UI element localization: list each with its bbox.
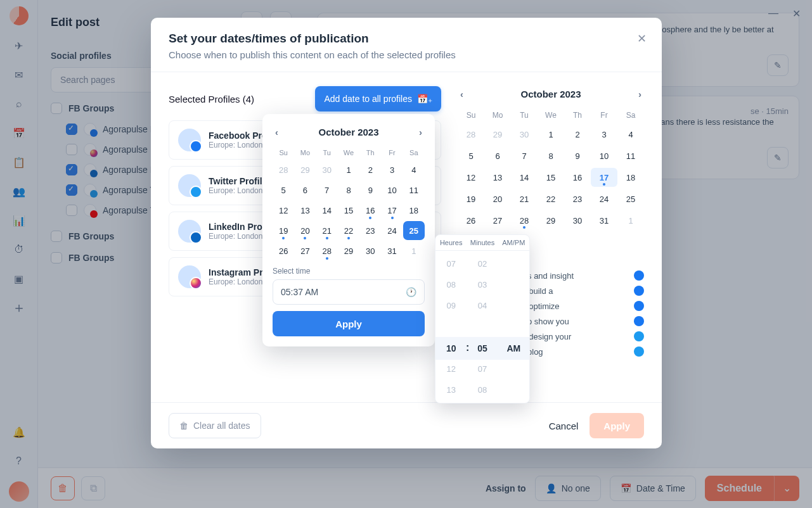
picker-month-label: October 2023 <box>318 127 378 137</box>
cal-day[interactable]: 19 <box>458 189 484 208</box>
picker-day[interactable]: 24 <box>381 221 403 240</box>
cal-day[interactable]: 9 <box>564 146 591 165</box>
picker-day[interactable]: 6 <box>294 181 316 200</box>
hours-selected: 10 <box>435 343 467 353</box>
cal-day[interactable]: 29 <box>538 211 564 230</box>
picker-day[interactable]: 12 <box>273 201 294 220</box>
picker-apply-button[interactable]: Apply <box>273 311 425 336</box>
picker-day[interactable]: 9 <box>359 181 381 200</box>
cal-day[interactable]: 31 <box>591 211 617 230</box>
hours-column[interactable]: 07 08 09 . 11 12 13 <box>435 251 467 403</box>
cal-day[interactable]: 30 <box>511 125 538 144</box>
picker-day[interactable]: 30 <box>359 241 381 260</box>
cal-day[interactable]: 2 <box>564 125 591 144</box>
picker-day[interactable]: 26 <box>273 241 294 260</box>
picker-day[interactable]: 14 <box>316 201 338 220</box>
picker-day[interactable]: 27 <box>294 241 316 260</box>
add-date-all-button[interactable]: Add date to all profiles 📅₊ <box>315 86 441 111</box>
cal-day[interactable]: 1 <box>538 125 564 144</box>
minutes-column[interactable]: 02 03 04 . 06 07 08 <box>467 251 498 403</box>
picker-day[interactable]: 21 <box>316 221 338 240</box>
picker-day[interactable]: 19 <box>273 221 294 240</box>
cal-day[interactable]: 15 <box>538 168 564 187</box>
picker-day[interactable]: 5 <box>273 181 294 200</box>
modal-cancel-button[interactable]: Cancel <box>538 421 590 431</box>
cal-day[interactable]: 3 <box>591 125 617 144</box>
cal-day[interactable]: 29 <box>484 125 511 144</box>
cal-day[interactable]: 1 <box>617 211 644 230</box>
cal-day[interactable]: 25 <box>617 189 644 208</box>
picker-day[interactable]: 3 <box>381 160 403 179</box>
cal-day[interactable]: 20 <box>484 189 511 208</box>
tw-hours-label: Heures <box>435 235 467 250</box>
cal-month-label: October 2023 <box>520 89 581 99</box>
picker-prev-button[interactable]: ‹ <box>273 124 281 140</box>
cal-day[interactable]: 28 <box>511 211 538 230</box>
cal-day[interactable]: 16 <box>564 168 591 187</box>
cal-next-button[interactable]: › <box>636 86 644 102</box>
cal-day[interactable]: 24 <box>591 189 617 208</box>
picker-day[interactable]: 25 <box>403 221 425 240</box>
cal-day[interactable]: 11 <box>617 146 644 165</box>
picker-day[interactable]: 29 <box>294 160 316 179</box>
tw-minutes-label: Minutes <box>467 235 498 250</box>
cal-day[interactable]: 23 <box>564 189 591 208</box>
picker-day[interactable]: 16 <box>359 201 381 220</box>
cal-day[interactable]: 5 <box>458 146 484 165</box>
picker-day[interactable]: 4 <box>403 160 425 179</box>
cal-day[interactable]: 30 <box>564 211 591 230</box>
ampm-column[interactable]: . PM <box>498 251 529 403</box>
picker-day[interactable]: 28 <box>273 160 294 179</box>
cal-day[interactable]: 4 <box>617 125 644 144</box>
picker-day[interactable]: 10 <box>381 181 403 200</box>
cal-day[interactable]: 21 <box>511 189 538 208</box>
modal-title: Set your dates/times of publication <box>169 32 644 46</box>
picker-day[interactable]: 22 <box>338 221 359 240</box>
selected-profiles-label: Selected Profiles (4) <box>169 94 254 105</box>
picker-day[interactable]: 20 <box>294 221 316 240</box>
picker-day[interactable]: 1 <box>403 241 425 260</box>
cal-day[interactable]: 12 <box>458 168 484 187</box>
cal-day[interactable]: 13 <box>484 168 511 187</box>
cal-day[interactable]: 6 <box>484 146 511 165</box>
cal-day[interactable]: 10 <box>591 146 617 165</box>
modal-subtitle: Choose when to publish this content on e… <box>169 49 644 60</box>
picker-day[interactable]: 11 <box>403 181 425 200</box>
picker-day[interactable]: 8 <box>338 181 359 200</box>
picker-day[interactable]: 7 <box>316 181 338 200</box>
picker-day[interactable]: 17 <box>381 201 403 220</box>
picker-day[interactable]: 28 <box>316 241 338 260</box>
picker-day[interactable]: 18 <box>403 201 425 220</box>
cal-day[interactable]: 17 <box>591 168 617 187</box>
clear-all-dates-button[interactable]: 🗑 Clear all dates <box>169 413 261 438</box>
trash-icon: 🗑 <box>179 421 188 431</box>
cal-day[interactable]: 27 <box>484 211 511 230</box>
cal-day[interactable]: 8 <box>538 146 564 165</box>
picker-day[interactable]: 15 <box>338 201 359 220</box>
time-input[interactable]: 05:37 AM 🕐 <box>273 279 425 305</box>
modal-close-button[interactable]: ✕ <box>637 32 647 46</box>
picker-day[interactable]: 30 <box>316 160 338 179</box>
right-calendar: ‹ October 2023 › SuMoTuWeThFrSa282930123… <box>458 86 644 230</box>
ampm-selected: AM <box>498 343 529 353</box>
cal-day[interactable]: 18 <box>617 168 644 187</box>
date-picker-popover: ‹ October 2023 › SuMoTuWeThFrSa282930123… <box>262 114 435 346</box>
cal-day[interactable]: 14 <box>511 168 538 187</box>
cal-day[interactable]: 7 <box>511 146 538 165</box>
select-time-label: Select time <box>273 267 425 276</box>
picker-day[interactable]: 29 <box>338 241 359 260</box>
picker-day[interactable]: 1 <box>338 160 359 179</box>
cal-prev-button[interactable]: ‹ <box>458 86 466 102</box>
minutes-selected: 05 <box>467 343 498 353</box>
cal-day[interactable]: 22 <box>538 189 564 208</box>
cal-day[interactable]: 28 <box>458 125 484 144</box>
picker-day[interactable]: 2 <box>359 160 381 179</box>
modal-apply-button[interactable]: Apply <box>590 413 644 438</box>
picker-next-button[interactable]: › <box>416 124 425 140</box>
tw-ampm-label: AM/PM <box>498 235 529 250</box>
picker-day[interactable]: 23 <box>359 221 381 240</box>
calendar-add-icon: 📅₊ <box>417 94 432 104</box>
picker-day[interactable]: 31 <box>381 241 403 260</box>
cal-day[interactable]: 26 <box>458 211 484 230</box>
picker-day[interactable]: 13 <box>294 201 316 220</box>
